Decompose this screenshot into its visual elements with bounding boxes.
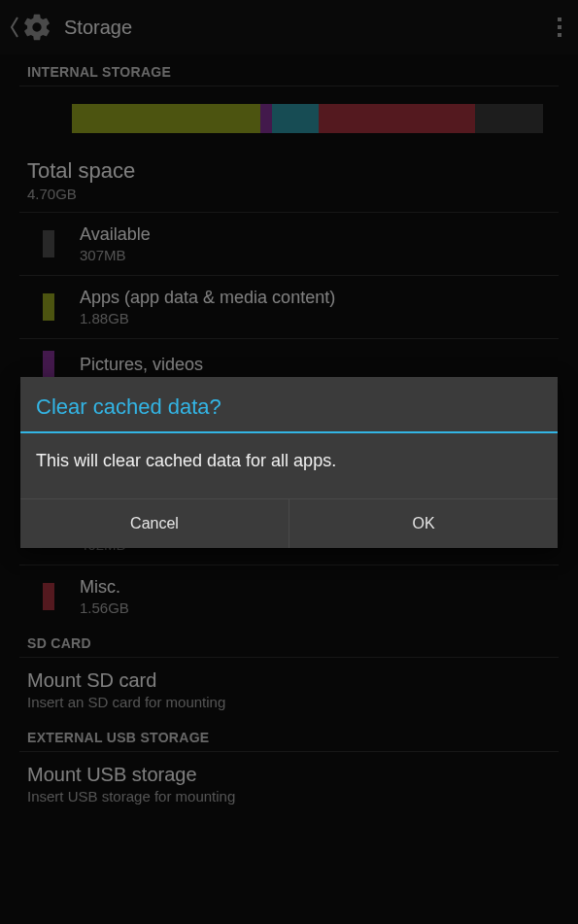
dialog-clear-cache: Clear cached data? This will clear cache… (20, 377, 558, 548)
dialog-title: Clear cached data? (20, 377, 558, 431)
dialog-body: This will clear cached data for all apps… (20, 433, 558, 498)
cancel-button[interactable]: Cancel (20, 499, 289, 548)
dialog-button-bar: Cancel OK (20, 498, 558, 548)
ok-button[interactable]: OK (289, 499, 558, 548)
